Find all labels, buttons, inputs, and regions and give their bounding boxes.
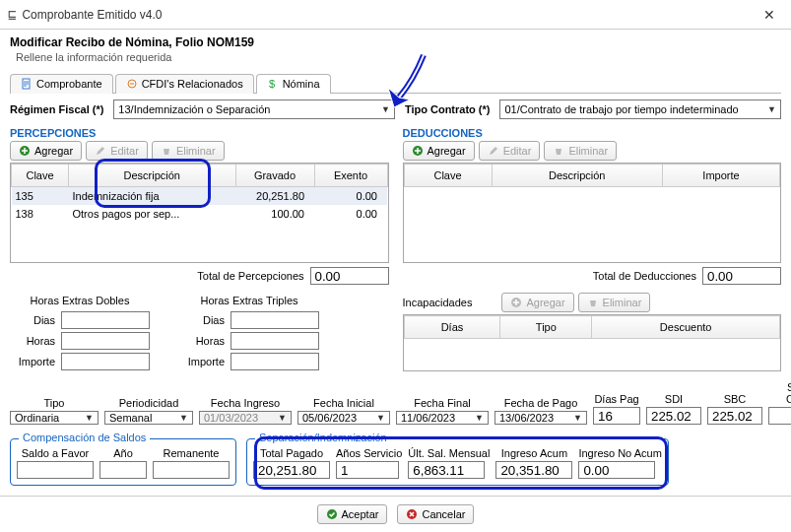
cell-desc: Otros pagos por sep... [69, 205, 236, 223]
reman-input[interactable] [153, 461, 230, 479]
dias-pag-input[interactable] [593, 407, 640, 425]
regimen-combo[interactable]: 13/Indemnización o Separación ▼ [113, 100, 395, 119]
incap-grid[interactable]: Días Tipo Descuento [403, 314, 782, 371]
fecha-ingreso-input[interactable]: 01/03/2023▼ [199, 411, 292, 425]
tipo-contrato-value: 01/Contrato de trabajo por tiempo indete… [504, 103, 738, 115]
deduc-grid[interactable]: Clave Descripción Importe [403, 163, 782, 263]
importe-label: Importe [179, 356, 225, 367]
plus-icon [510, 297, 522, 308]
col-descuento[interactable]: Descuento [592, 316, 780, 339]
period-combo[interactable]: Semanal▼ [104, 411, 193, 425]
deduc-edit-button[interactable]: Editar [479, 141, 541, 161]
horas-dobles-title: Horas Extras Dobles [10, 295, 150, 306]
cell-clave: 135 [12, 187, 69, 206]
total-percep-input[interactable] [310, 267, 389, 285]
form-title: Modificar Recibo de Nómina, Folio NOM159 [10, 35, 781, 49]
btn-label: Eliminar [568, 145, 608, 157]
col-clave[interactable]: Clave [12, 165, 69, 187]
horas-label: Horas [10, 335, 55, 347]
triples-dias-input[interactable] [231, 311, 319, 329]
btn-label: Aceptar [342, 508, 379, 520]
dobles-importe-input[interactable] [61, 353, 150, 370]
percep-delete-button[interactable]: Eliminar [152, 141, 225, 161]
cell-ex: 0.00 [314, 205, 387, 223]
saldo-input[interactable] [17, 461, 94, 479]
chevron-down-icon: ▼ [85, 413, 94, 423]
percep-edit-button[interactable]: Editar [86, 141, 148, 161]
ffin-header: Fecha Final [396, 397, 489, 409]
col-descripcion[interactable]: Descripción [69, 165, 236, 187]
sbc-header: SBC [707, 393, 762, 405]
col-exento[interactable]: Exento [314, 165, 387, 187]
percep-grid[interactable]: Clave Descripción Gravado Exento 135 Ind… [10, 163, 389, 263]
dias-label: Dias [10, 314, 55, 326]
tipo-combo[interactable]: Ordinaria▼ [10, 411, 99, 425]
col-dias[interactable]: Días [404, 316, 500, 339]
totpag-header: Total Pagado [253, 447, 330, 459]
chevron-down-icon: ▼ [475, 413, 484, 423]
tipo-contrato-combo[interactable]: 01/Contrato de trabajo por tiempo indete… [499, 100, 781, 119]
ult-input[interactable] [408, 461, 485, 479]
inacum-input[interactable] [578, 461, 655, 479]
cross-icon [406, 508, 418, 520]
iacum-header: Ingreso Acum [495, 447, 572, 459]
sdi-input[interactable] [646, 407, 701, 425]
separacion-group: Separación/Indemnización Total Pagado Añ… [246, 438, 669, 486]
col-descripcion[interactable]: Descripción [492, 165, 663, 187]
dobles-horas-input[interactable] [61, 332, 150, 350]
triples-importe-input[interactable] [231, 353, 319, 370]
reman-header: Remanente [153, 447, 230, 459]
tab-comprobante[interactable]: Comprobante [10, 74, 113, 94]
subsidio-input[interactable] [768, 407, 791, 425]
deduc-delete-button[interactable]: Eliminar [544, 141, 617, 161]
tab-nomina[interactable]: $ Nómina [256, 74, 331, 94]
fecha-pago-input[interactable]: 13/06/2023▼ [494, 411, 587, 425]
deduc-add-button[interactable]: Agregar [403, 141, 475, 161]
btn-label: Editar [110, 145, 139, 157]
ult-header: Últ. Sal. Mensual [408, 447, 490, 459]
cancel-button[interactable]: Cancelar [397, 504, 474, 524]
cell-clave: 138 [12, 205, 69, 223]
col-importe[interactable]: Importe [663, 165, 780, 187]
table-row[interactable]: 138 Otros pagos por sep... 100.00 0.00 [12, 205, 388, 223]
pencil-icon [95, 145, 106, 157]
percep-add-button[interactable]: Agregar [10, 141, 82, 161]
period-header: Periodicidad [104, 397, 193, 409]
col-clave[interactable]: Clave [404, 165, 492, 187]
incap-delete-button[interactable]: Eliminar [578, 293, 651, 312]
ano-input[interactable] [99, 461, 147, 479]
fecha-final-input[interactable]: 11/06/2023▼ [396, 411, 489, 425]
iacum-input[interactable] [495, 461, 572, 479]
fecha-inicial-input[interactable]: 05/06/2023▼ [297, 411, 390, 425]
accept-button[interactable]: Aceptar [317, 504, 388, 524]
btn-label: Eliminar [603, 297, 642, 308]
chevron-down-icon: ▼ [573, 413, 582, 423]
tipo-contrato-label: Tipo Contrato (*) [405, 103, 491, 115]
importe-label: Importe [10, 356, 55, 367]
subs-header: Subsidio Causado [768, 381, 791, 405]
svg-text:$: $ [269, 78, 275, 90]
tab-cfdis[interactable]: CFDI's Relacionados [115, 74, 254, 94]
tab-strip: Comprobante CFDI's Relacionados $ Nómina [10, 73, 781, 94]
col-gravado[interactable]: Gravado [235, 165, 314, 187]
grid-header-row: Clave Descripción Gravado Exento [12, 165, 388, 187]
grid-header-row: Clave Descripción Importe [404, 165, 780, 187]
plus-icon [19, 145, 31, 157]
dobles-dias-input[interactable] [61, 311, 150, 329]
sbc-input[interactable] [707, 407, 762, 425]
totpag-input[interactable] [253, 461, 330, 479]
trash-icon [553, 145, 564, 157]
incap-add-button[interactable]: Agregar [501, 293, 573, 312]
fpago-header: Fecha de Pago [494, 397, 587, 409]
close-button[interactable]: ✕ [756, 3, 783, 27]
regimen-value: 13/Indemnización o Separación [118, 103, 270, 115]
triples-horas-input[interactable] [231, 332, 319, 350]
btn-label: Agregar [526, 297, 564, 308]
total-deduc-input[interactable] [702, 267, 781, 285]
col-tipo[interactable]: Tipo [500, 316, 592, 339]
grid-header-row: Días Tipo Descuento [404, 316, 780, 339]
pencil-icon [488, 145, 499, 157]
titlebar: ⊑ Comprobante Emitido v4.0 ✕ [0, 0, 791, 30]
anos-input[interactable] [336, 461, 399, 479]
table-row[interactable]: 135 Indemnización fija 20,251.80 0.00 [12, 187, 388, 206]
